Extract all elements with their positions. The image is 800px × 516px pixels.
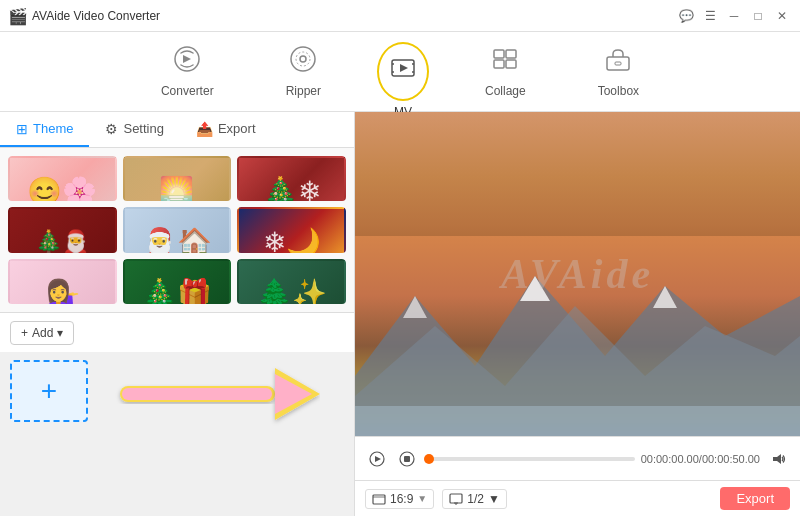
collage-label: Collage — [485, 84, 526, 98]
beautiful-christmas-thumbnail: 🌲✨ — [239, 261, 344, 304]
ratio-selector[interactable]: 16:9 ▼ — [365, 489, 434, 509]
nav-converter[interactable]: Converter — [145, 37, 230, 106]
minimize-button[interactable]: ─ — [724, 6, 744, 26]
tab-export[interactable]: 📤 Export — [180, 112, 272, 147]
merry-christmas-thumbnail: 🎄🎅 — [10, 209, 115, 252]
happy-thumbnail: 😊🌸 — [10, 158, 115, 201]
nav-collage[interactable]: Collage — [469, 37, 542, 106]
screen-arrow: ▼ — [488, 492, 500, 506]
ratio-icon — [372, 492, 386, 506]
tabs-bar: ⊞ Theme ⚙ Setting 📤 Export — [0, 112, 354, 148]
add-button[interactable]: + Add ▾ — [10, 321, 74, 345]
theme-tab-icon: ⊞ — [16, 121, 28, 137]
main-area: ⊞ Theme ⚙ Setting 📤 Export 😊🌸 Happy — [0, 112, 800, 516]
progress-dot — [424, 454, 434, 464]
toolbox-icon — [604, 45, 632, 80]
theme-stripes-waves[interactable]: 💁‍♀️ Stripes & Waves — [8, 259, 117, 304]
christmas-tree-thumbnail: 🎄🎁 — [125, 261, 230, 304]
svg-point-3 — [296, 52, 310, 66]
svg-rect-13 — [607, 57, 629, 70]
video-preview: AVAide — [355, 112, 800, 436]
ripper-icon — [289, 45, 317, 80]
export-tab-icon: 📤 — [196, 121, 213, 137]
ratio-arrow: ▼ — [417, 493, 427, 504]
menu-button[interactable]: ☰ — [700, 6, 720, 26]
nav-mv[interactable]: MV — [377, 42, 429, 101]
converter-label: Converter — [161, 84, 214, 98]
progress-bar[interactable] — [425, 457, 635, 461]
theme-simple[interactable]: 🌅 Simple — [123, 156, 232, 201]
svg-point-1 — [291, 47, 315, 71]
svg-rect-12 — [506, 60, 516, 68]
arrow-decoration — [100, 360, 320, 428]
converter-icon — [173, 45, 201, 80]
chat-button[interactable]: 💬 — [676, 6, 696, 26]
tab-setting[interactable]: ⚙ Setting — [89, 112, 179, 147]
theme-grid: 😊🌸 Happy 🌅 Simple 🎄❄ Christmas Eve 🎄� — [0, 148, 354, 312]
add-plus-icon: + — [21, 326, 28, 340]
current-time: 00:00:00.00 — [641, 453, 699, 465]
svg-rect-10 — [506, 50, 516, 58]
nav-toolbox[interactable]: Toolbox — [582, 37, 655, 106]
mv-icon — [389, 54, 417, 89]
svg-point-2 — [300, 56, 306, 62]
stripes-thumbnail: 💁‍♀️ — [10, 261, 115, 304]
theme-merry-christmas[interactable]: 🎄🎅 Merry Christmas — [8, 207, 117, 252]
santa-thumbnail: 🎅🏠 — [125, 209, 230, 252]
ratio-value: 16:9 — [390, 492, 413, 506]
theme-snowy-night[interactable]: ❄🌙 Snowy Night — [237, 207, 346, 252]
export-button[interactable]: Export — [720, 487, 790, 510]
svg-marker-27 — [375, 456, 381, 462]
ripper-label: Ripper — [286, 84, 321, 98]
svg-rect-9 — [494, 50, 504, 58]
screen-selector[interactable]: 1/2 ▼ — [442, 489, 507, 509]
total-time: 00:00:50.00 — [702, 453, 760, 465]
theme-santa-claus[interactable]: 🎅🏠 Santa Claus — [123, 207, 232, 252]
svg-marker-30 — [773, 454, 781, 464]
app-title: AVAide Video Converter — [32, 9, 676, 23]
controls-bar: 00:00:00.00/00:00:50.00 — [355, 436, 800, 480]
svg-rect-11 — [494, 60, 504, 68]
bottom-controls: 16:9 ▼ 1/2 ▼ Export — [355, 480, 800, 516]
toolbox-label: Toolbox — [598, 84, 639, 98]
simple-thumbnail: 🌅 — [125, 158, 230, 201]
stop-button[interactable] — [395, 447, 419, 471]
theme-christmas-eve[interactable]: 🎄❄ Christmas Eve — [237, 156, 346, 201]
media-area: + — [0, 352, 354, 516]
play-button[interactable] — [365, 447, 389, 471]
setting-tab-icon: ⚙ — [105, 121, 118, 137]
theme-happy[interactable]: 😊🌸 Happy — [8, 156, 117, 201]
watermark-text: AVAide — [501, 250, 654, 298]
add-label: Add — [32, 326, 53, 340]
media-slot-1[interactable]: + — [10, 360, 88, 422]
volume-button[interactable] — [766, 447, 790, 471]
screen-value: 1/2 — [467, 492, 484, 506]
right-panel: AVAide 00:00:00.00/00:00:50.0 — [355, 112, 800, 516]
snowy-night-thumbnail: ❄🌙 — [239, 209, 344, 252]
left-panel: ⊞ Theme ⚙ Setting 📤 Export 😊🌸 Happy — [0, 112, 355, 516]
theme-beautiful-christmas[interactable]: 🌲✨ Beautiful Christmas — [237, 259, 346, 304]
svg-rect-17 — [122, 388, 272, 400]
theme-christmas-tree[interactable]: 🎄🎁 Christmas Tree — [123, 259, 232, 304]
collage-icon — [491, 45, 519, 80]
svg-rect-14 — [615, 62, 621, 65]
svg-rect-25 — [355, 406, 800, 436]
add-bar: + Add ▾ — [0, 312, 354, 352]
svg-rect-29 — [404, 456, 410, 462]
add-dropdown-arrow: ▾ — [57, 326, 63, 340]
export-tab-label: Export — [218, 121, 256, 136]
time-display: 00:00:00.00/00:00:50.00 — [641, 453, 760, 465]
media-add-icon: + — [41, 375, 57, 407]
nav-ripper[interactable]: Ripper — [270, 37, 337, 106]
christmas-eve-thumbnail: 🎄❄ — [239, 158, 344, 201]
setting-tab-label: Setting — [123, 121, 163, 136]
app-icon: 🎬 — [8, 7, 26, 25]
title-bar: 🎬 AVAide Video Converter 💬 ☰ ─ □ ✕ — [0, 0, 800, 32]
close-button[interactable]: ✕ — [772, 6, 792, 26]
theme-tab-label: Theme — [33, 121, 73, 136]
svg-rect-33 — [450, 494, 462, 503]
svg-rect-31 — [373, 495, 385, 504]
nav-bar: Converter Ripper MV — [0, 32, 800, 112]
maximize-button[interactable]: □ — [748, 6, 768, 26]
tab-theme[interactable]: ⊞ Theme — [0, 112, 89, 147]
